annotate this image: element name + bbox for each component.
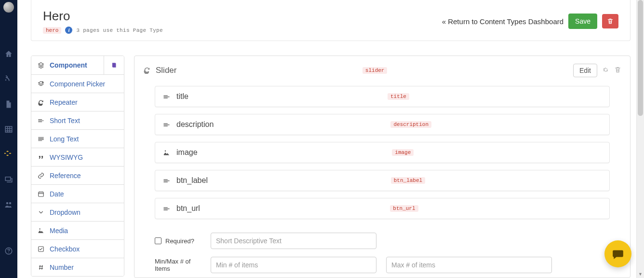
- layers-plus-icon: [37, 81, 45, 87]
- panel-head: Slider slider Edit: [143, 64, 621, 77]
- calendar-icon: [37, 191, 45, 197]
- header-card: Hero hero i 3 pages use this Page Type «…: [31, 0, 631, 41]
- page-title: Hero: [43, 9, 163, 24]
- link-icon: [37, 172, 45, 179]
- image-icon: [162, 149, 171, 156]
- nav-blog[interactable]: [0, 67, 17, 92]
- field-slug: btn_url: [390, 205, 418, 212]
- required-label-text: Required?: [165, 237, 194, 245]
- field-type-label: Media: [50, 227, 118, 235]
- field-row-title[interactable]: titletitle: [155, 86, 610, 107]
- nav-gallery[interactable]: [0, 167, 17, 192]
- field-name: title: [176, 92, 188, 101]
- field-type-number[interactable]: Number: [31, 258, 124, 276]
- field-type-date[interactable]: Date: [31, 184, 124, 203]
- short-text-icon: [162, 177, 171, 184]
- edit-button[interactable]: Edit: [573, 64, 597, 77]
- header-actions: « Return to Content Types Dashboard Save: [442, 9, 618, 29]
- repeater-icon: [143, 66, 151, 75]
- header-left: Hero hero i 3 pages use this Page Type: [43, 9, 163, 34]
- chat-fab[interactable]: [604, 240, 631, 267]
- image-icon: [37, 227, 45, 234]
- gear-icon[interactable]: [602, 66, 609, 75]
- hash-icon: [37, 264, 45, 271]
- field-type-label: Number: [50, 264, 118, 271]
- field-row-btn_label[interactable]: btn_labelbtn_label: [155, 170, 610, 191]
- panel-title: Slider: [156, 66, 176, 75]
- body-columns: ComponentComponent PickerRepeaterShort T…: [17, 41, 644, 278]
- delete-button[interactable]: [602, 14, 618, 28]
- field-type-component[interactable]: Component: [31, 56, 124, 74]
- editor-column: Slider slider Edit titletitledescription…: [134, 56, 631, 278]
- field-type-label: Dropdown: [50, 208, 118, 216]
- field-type-dropdown[interactable]: Dropdown: [31, 203, 124, 221]
- nav-tables[interactable]: [0, 117, 17, 142]
- sidenav: [0, 0, 17, 278]
- field-name: btn_url: [176, 204, 200, 213]
- field-type-reference[interactable]: Reference: [31, 166, 124, 184]
- field-group: titletitledescriptiondescriptionimageima…: [143, 86, 621, 219]
- layers-icon: [37, 62, 45, 69]
- field-name: image: [176, 148, 198, 157]
- minmax-label: Min/Max # of Items: [155, 258, 201, 272]
- scrollbar[interactable]: ▲ ▼: [636, 0, 644, 278]
- panel-slug: slider: [362, 67, 388, 74]
- dashboard-link[interactable]: « Return to Content Types Dashboard: [442, 17, 564, 26]
- field-type-label: Repeater: [50, 98, 118, 106]
- chat-icon: [612, 248, 624, 260]
- scrollbar-thumb[interactable]: [638, 0, 643, 116]
- nav-help[interactable]: [0, 238, 17, 264]
- required-label: Required?: [155, 237, 201, 245]
- avatar[interactable]: [3, 2, 14, 13]
- short-text-icon: [37, 117, 45, 124]
- save-button[interactable]: Save: [568, 14, 597, 29]
- required-row: Required?: [155, 233, 610, 249]
- check-square-icon: [37, 246, 45, 252]
- field-type-label: Reference: [50, 172, 118, 180]
- field-type-media[interactable]: Media: [31, 221, 124, 239]
- info-icon[interactable]: i: [65, 27, 72, 34]
- field-type-short-text[interactable]: Short Text: [31, 111, 124, 129]
- field-type-component-picker[interactable]: Component Picker: [31, 74, 124, 93]
- nav-users[interactable]: [0, 192, 17, 217]
- field-type-column: ComponentComponent PickerRepeaterShort T…: [31, 56, 124, 278]
- field-type-long-text[interactable]: Long Text: [31, 129, 124, 148]
- descriptive-input[interactable]: [211, 233, 376, 249]
- panel-actions: Edit: [573, 64, 621, 77]
- short-text-icon: [162, 121, 171, 128]
- field-name: description: [176, 120, 214, 129]
- nav-home[interactable]: [0, 42, 17, 67]
- long-text-icon: [37, 136, 45, 142]
- chevron-down-icon: [37, 209, 45, 216]
- editor-panel: Slider slider Edit titletitledescription…: [134, 56, 631, 278]
- required-checkbox[interactable]: [155, 237, 161, 244]
- field-type-repeater[interactable]: Repeater: [31, 93, 124, 111]
- field-name: btn_label: [176, 176, 208, 185]
- nav-components[interactable]: [0, 142, 17, 167]
- nav-pages[interactable]: [0, 92, 17, 117]
- max-items-input[interactable]: [386, 257, 552, 273]
- field-row-description[interactable]: descriptiondescription: [155, 114, 610, 135]
- field-type-checkbox[interactable]: Checkbox: [31, 239, 124, 258]
- minmax-row: Min/Max # of Items: [155, 257, 610, 273]
- field-type-label: Component Picker: [50, 80, 118, 88]
- field-type-label: Checkbox: [50, 245, 118, 253]
- field-row-image[interactable]: imageimage: [155, 142, 610, 163]
- field-type-wysiwyg[interactable]: WYSIWYG: [31, 148, 124, 166]
- short-text-icon: [162, 205, 171, 212]
- book-icon[interactable]: [104, 56, 124, 75]
- field-type-list: ComponentComponent PickerRepeaterShort T…: [31, 56, 124, 277]
- field-type-label: Long Text: [50, 135, 118, 143]
- field-slug: btn_label: [391, 177, 425, 184]
- usage-text: 3 pages use this Page Type: [76, 28, 162, 33]
- field-slug: description: [390, 121, 431, 128]
- short-text-icon: [162, 93, 171, 100]
- main: Hero hero i 3 pages use this Page Type «…: [17, 0, 644, 278]
- quote-icon: [37, 154, 45, 161]
- min-items-input[interactable]: [211, 257, 376, 273]
- field-slug: title: [388, 93, 409, 100]
- field-type-label: Date: [50, 190, 118, 198]
- config-section: Required? Min/Max # of Items: [143, 233, 621, 273]
- field-delete-icon[interactable]: [614, 66, 621, 75]
- field-row-btn_url[interactable]: btn_urlbtn_url: [155, 198, 610, 219]
